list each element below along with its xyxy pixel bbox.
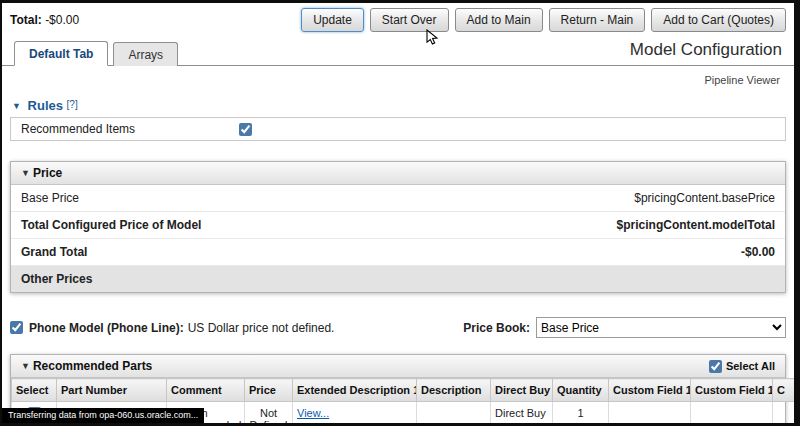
- model-line-row: Phone Model (Phone Line): US Dollar pric…: [10, 317, 786, 338]
- model-line-label: Phone Model (Phone Line):: [29, 321, 184, 335]
- browser-status-bar: Transferring data from opa-060.us.oracle…: [2, 408, 204, 423]
- model-total-value: $pricingContent.modelTotal: [617, 218, 775, 232]
- cell-description: [417, 402, 491, 426]
- tab-bar: Default Tab Arrays Model Configuration: [2, 38, 794, 66]
- model-total-label: Total Configured Price of Model: [21, 218, 201, 232]
- column-header-direct-buy: Direct Buy: [491, 379, 553, 402]
- table-header-row: Select Part Number Comment Price Extende…: [12, 379, 800, 402]
- model-total-row: Total Configured Price of Model $pricing…: [11, 212, 785, 239]
- update-button[interactable]: Update: [301, 8, 364, 32]
- column-header-custom-field-19: Custom Field 19: [609, 379, 691, 402]
- cell-direct-buy: Direct Buy: [491, 402, 553, 426]
- price-panel-header[interactable]: ▼ Price: [11, 162, 785, 185]
- model-configuration-page: Total: -$0.00 Update Start Over Add to M…: [0, 0, 800, 426]
- base-price-value: $pricingContent.basePrice: [634, 191, 775, 205]
- add-to-cart-quotes-button[interactable]: Add to Cart (Quotes): [651, 8, 786, 32]
- tab-arrays[interactable]: Arrays: [113, 42, 178, 66]
- column-header-part-number: Part Number: [57, 379, 167, 402]
- rules-help-link[interactable]: [?]: [67, 99, 78, 110]
- rules-title: Rules: [28, 98, 63, 113]
- column-header-price: Price: [245, 379, 293, 402]
- recommended-parts-title: Recommended Parts: [33, 359, 152, 373]
- column-header-select: Select: [12, 379, 57, 402]
- other-prices-row[interactable]: Other Prices: [11, 266, 785, 292]
- price-book-label: Price Book:: [463, 321, 530, 335]
- recommended-items-label: Recommended Items: [21, 122, 239, 136]
- top-action-bar: Total: -$0.00 Update Start Over Add to M…: [2, 3, 794, 36]
- collapse-triangle-icon[interactable]: ▼: [21, 361, 30, 371]
- select-all-label: Select All: [726, 360, 775, 372]
- total-value: -$0.00: [45, 13, 79, 27]
- base-price-label: Base Price: [21, 191, 79, 205]
- select-all-checkbox[interactable]: [709, 360, 722, 373]
- return-main-button[interactable]: Return - Main: [549, 8, 646, 32]
- collapse-triangle-icon[interactable]: ▼: [21, 168, 30, 178]
- add-to-main-button[interactable]: Add to Main: [455, 8, 543, 32]
- column-header-description: Description: [417, 379, 491, 402]
- grand-total-label: Grand Total: [21, 245, 87, 259]
- column-header-quantity: Quantity: [553, 379, 609, 402]
- recommended-items-row: Recommended Items: [10, 117, 786, 141]
- price-book-control: Price Book: Base Price: [463, 317, 786, 338]
- base-price-row: Base Price $pricingContent.basePrice: [11, 185, 785, 212]
- total-label: Total:: [10, 13, 42, 27]
- select-all-control: Select All: [709, 360, 775, 373]
- action-buttons: Update Start Over Add to Main Return - M…: [301, 8, 786, 32]
- price-panel: ▼ Price Base Price $pricingContent.baseP…: [10, 161, 786, 293]
- cell-custom-field-18: [691, 402, 773, 426]
- tab-default-tab[interactable]: Default Tab: [14, 41, 108, 66]
- model-line-message: US Dollar price not defined.: [188, 321, 335, 335]
- cell-custom-field-19: [609, 402, 691, 426]
- cell-cut-off: [773, 402, 800, 426]
- start-over-button[interactable]: Start Over: [370, 8, 449, 32]
- column-header-cut-off: C: [773, 379, 800, 402]
- page-title: Model Configuration: [630, 40, 782, 65]
- column-header-comment: Comment: [167, 379, 245, 402]
- view-link[interactable]: View...: [297, 407, 329, 419]
- cell-price: Not Defined: [245, 402, 293, 426]
- cell-quantity: 1: [553, 402, 609, 426]
- pipeline-viewer-row: Pipeline Viewer: [2, 66, 794, 88]
- price-panel-title: Price: [33, 166, 62, 180]
- column-header-extended-description-1: Extended Description 1: [293, 379, 417, 402]
- rules-section-header[interactable]: ▼ Rules [?]: [2, 88, 794, 117]
- collapse-triangle-icon[interactable]: ▼: [12, 101, 21, 111]
- grand-total-row: Grand Total -$0.00: [11, 239, 785, 266]
- model-line-checkbox[interactable]: [10, 321, 23, 334]
- column-header-custom-field-18: Custom Field 18: [691, 379, 773, 402]
- recommended-items-checkbox[interactable]: [239, 123, 252, 136]
- price-book-select[interactable]: Base Price: [536, 317, 786, 338]
- pipeline-viewer-link[interactable]: Pipeline Viewer: [704, 74, 780, 86]
- recommended-parts-header[interactable]: ▼ Recommended Parts Select All: [11, 355, 785, 378]
- grand-total-value: -$0.00: [741, 245, 775, 259]
- total-display: Total: -$0.00: [10, 13, 79, 27]
